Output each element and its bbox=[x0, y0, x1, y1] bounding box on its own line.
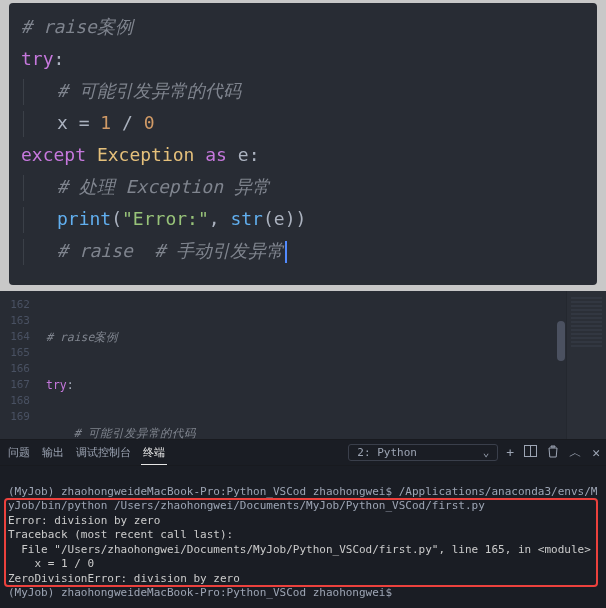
code-line: try: bbox=[46, 377, 566, 393]
var: x bbox=[57, 112, 68, 133]
output-line: x = 1 / 0 bbox=[8, 557, 94, 570]
prompt-line: (MyJob) zhaohongweideMacBook-Pro:Python_… bbox=[8, 485, 597, 513]
line-number: 162 bbox=[0, 297, 30, 313]
output-line: Traceback (most recent call last): bbox=[8, 528, 233, 541]
line-number: 167 bbox=[0, 377, 30, 393]
split-terminal-icon[interactable] bbox=[524, 445, 537, 460]
output-line: Error: division by zero bbox=[8, 514, 160, 527]
text-cursor bbox=[285, 241, 287, 263]
builtin-print: print bbox=[57, 208, 111, 229]
keyword-except: except bbox=[21, 144, 86, 165]
comment-text: # raise案例 bbox=[46, 330, 118, 344]
keyword-try: try bbox=[46, 378, 67, 392]
line-number: 168 bbox=[0, 393, 30, 409]
comma: , bbox=[209, 208, 231, 229]
var: e bbox=[238, 144, 249, 165]
comment-text: # raise案例 bbox=[21, 16, 133, 37]
code-line: # raise # 手动引发异常 bbox=[21, 235, 587, 267]
paren: )) bbox=[285, 208, 307, 229]
terminal-body[interactable]: (MyJob) zhaohongweideMacBook-Pro:Python_… bbox=[0, 466, 606, 608]
line-number: 165 bbox=[0, 345, 30, 361]
comment-text: # 可能引发异常的代码 bbox=[74, 426, 196, 440]
code-line: try: bbox=[21, 43, 587, 75]
tab-problems[interactable]: 问题 bbox=[6, 441, 32, 464]
space bbox=[86, 144, 97, 165]
chevron-down-icon: ⌄ bbox=[483, 446, 490, 459]
code-line: # 处理 Exception 异常 bbox=[21, 171, 587, 203]
space bbox=[227, 144, 238, 165]
line-number-gutter: 162 163 164 165 166 167 168 169 bbox=[0, 291, 36, 439]
code-line: print("Error:", str(e)) bbox=[21, 203, 587, 235]
code-area[interactable]: # raise案例 try: # 可能引发异常的代码 x = 1 / 0 exc… bbox=[36, 291, 566, 439]
new-terminal-icon[interactable]: + bbox=[506, 445, 514, 460]
tab-debug-console[interactable]: 调试控制台 bbox=[74, 441, 133, 464]
output-line: File "/Users/zhaohongwei/Documents/MyJob… bbox=[8, 543, 591, 556]
minimap[interactable] bbox=[566, 291, 606, 439]
line-number: 163 bbox=[0, 313, 30, 329]
code-line: except Exception as e: bbox=[21, 139, 587, 171]
builtin-str: str bbox=[230, 208, 263, 229]
comment-text: # raise # 手动引发异常 bbox=[57, 240, 284, 261]
code-line: # raise案例 bbox=[21, 11, 587, 43]
chevron-up-icon[interactable]: ︿ bbox=[569, 444, 582, 462]
tab-terminal[interactable]: 终端 bbox=[141, 441, 167, 465]
colon: : bbox=[67, 378, 74, 392]
close-icon[interactable]: ✕ bbox=[592, 445, 600, 460]
comment-text: # 可能引发异常的代码 bbox=[57, 80, 241, 101]
trash-icon[interactable] bbox=[547, 445, 559, 461]
number: 1 bbox=[100, 112, 111, 133]
line-number: 166 bbox=[0, 361, 30, 377]
terminal-action-icons: + ︿ ✕ bbox=[506, 444, 600, 462]
var: e bbox=[274, 208, 285, 229]
number: 0 bbox=[144, 112, 155, 133]
panel: 问题 输出 调试控制台 终端 2: Python ⌄ + ︿ ✕ (MyJob)… bbox=[0, 439, 606, 608]
panel-tabs: 问题 输出 调试控制台 终端 2: Python ⌄ + ︿ ✕ bbox=[0, 440, 606, 466]
paren: ( bbox=[263, 208, 274, 229]
prompt-line: (MyJob) zhaohongweideMacBook-Pro:Python_… bbox=[8, 586, 392, 599]
line-number: 164 bbox=[0, 329, 30, 345]
keyword-as: as bbox=[205, 144, 227, 165]
code-line: x = 1 / 0 bbox=[21, 107, 587, 139]
terminal-select-label: 2: Python bbox=[357, 446, 417, 459]
minimap-content bbox=[571, 297, 602, 347]
enlarged-code-view: # raise案例 try: # 可能引发异常的代码 x = 1 / 0 exc… bbox=[9, 3, 597, 285]
string: "Error:" bbox=[122, 208, 209, 229]
keyword-try: try bbox=[21, 48, 54, 69]
line-number: 169 bbox=[0, 409, 30, 425]
space bbox=[194, 144, 205, 165]
code-editor[interactable]: 162 163 164 165 166 167 168 169 # raise案… bbox=[0, 291, 606, 439]
class-name: Exception bbox=[97, 144, 195, 165]
colon: : bbox=[54, 48, 65, 69]
terminal-select[interactable]: 2: Python ⌄ bbox=[348, 444, 498, 461]
tab-output[interactable]: 输出 bbox=[40, 441, 66, 464]
colon: : bbox=[249, 144, 260, 165]
vertical-scrollbar[interactable] bbox=[556, 291, 566, 439]
op: / bbox=[111, 112, 144, 133]
output-line: ZeroDivisionError: division by zero bbox=[8, 572, 240, 585]
op: = bbox=[68, 112, 101, 133]
code-line: # raise案例 bbox=[46, 329, 566, 345]
comment-text: # 处理 Exception 异常 bbox=[57, 176, 270, 197]
paren: ( bbox=[111, 208, 122, 229]
code-line: # 可能引发异常的代码 bbox=[21, 75, 587, 107]
